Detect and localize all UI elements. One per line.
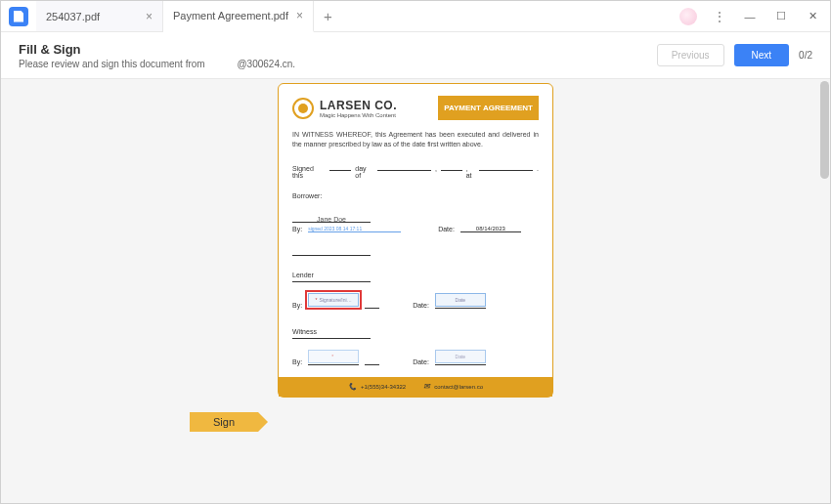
- minimize-button[interactable]: —: [736, 3, 764, 30]
- previous-button[interactable]: Previous: [657, 44, 724, 66]
- witness-section-label: Witness: [292, 328, 539, 335]
- close-window-button[interactable]: ✕: [799, 3, 826, 30]
- borrower-by-row: By: signed 2023.08.14 17:11 Date: 08/14/…: [292, 226, 539, 232]
- tab-label: Payment Agreement.pdf: [173, 10, 288, 21]
- sign-here-indicator[interactable]: Sign: [190, 412, 258, 432]
- more-menu-icon[interactable]: ⋮: [707, 9, 732, 24]
- maximize-button[interactable]: ☐: [767, 3, 795, 30]
- tabs-container: 254037.pdf × Payment Agreement.pdf × +: [36, 1, 342, 31]
- document-workspace: Sign LARSEN CO. Magic Happens With Conte…: [1, 79, 830, 503]
- mail-icon: [423, 382, 430, 391]
- add-tab-button[interactable]: +: [314, 1, 342, 31]
- company-logo-icon: [292, 98, 314, 119]
- pdf-document: LARSEN CO. Magic Happens With Content PA…: [278, 83, 553, 398]
- document-footer: +1(555)34-34322 contact@larsen.co: [279, 377, 552, 397]
- lender-date-field[interactable]: Date: [435, 293, 486, 307]
- borrower-section-label: Borrower:: [292, 192, 539, 199]
- company-name: LARSEN CO.: [320, 99, 397, 112]
- lender-signature-field[interactable]: *Signature/Ini…: [308, 293, 359, 307]
- close-icon[interactable]: ×: [296, 9, 303, 22]
- instruction-text: Please review and sign this document fro…: [19, 59, 295, 69]
- vertical-scrollbar[interactable]: [820, 81, 829, 501]
- phone-icon: [348, 383, 357, 391]
- next-button[interactable]: Next: [734, 44, 790, 66]
- tab-label: 254037.pdf: [46, 11, 100, 22]
- close-icon[interactable]: ×: [146, 10, 153, 23]
- fill-sign-bar: Fill & Sign Please review and sign this …: [1, 32, 830, 79]
- lender-section-label: Lender: [292, 272, 539, 278]
- lender-by-row: By: *Signature/Ini… Date: Date: [292, 293, 539, 309]
- document-type-badge: PAYMENT AGREEMENT: [438, 96, 539, 120]
- window-controls: ⋮ — ☐ ✕: [679, 3, 830, 30]
- borrower-signature: signed 2023.08.14 17:11: [308, 226, 401, 232]
- app-logo-icon: [9, 7, 28, 26]
- witness-clause: IN WITNESS WHEREOF, this Agreement has b…: [292, 130, 539, 149]
- borrower-date: 08/14/2023: [460, 226, 521, 232]
- witness-signature-field[interactable]: *: [308, 350, 359, 363]
- signed-date-line: Signed this day of , , at.: [292, 165, 539, 179]
- tab-file-2[interactable]: Payment Agreement.pdf ×: [163, 1, 314, 32]
- tab-file-1[interactable]: 254037.pdf ×: [36, 1, 163, 31]
- company-tagline: Magic Happens With Content: [320, 112, 397, 118]
- titlebar: 254037.pdf × Payment Agreement.pdf × + ⋮…: [1, 1, 830, 32]
- witness-date-field[interactable]: Date: [435, 350, 486, 363]
- witness-by-row: By: * Date: Date: [292, 350, 539, 365]
- ai-assistant-icon[interactable]: [679, 8, 697, 25]
- page-counter: 0/2: [799, 50, 812, 61]
- page-title: Fill & Sign: [19, 42, 295, 57]
- scrollbar-thumb[interactable]: [820, 81, 829, 179]
